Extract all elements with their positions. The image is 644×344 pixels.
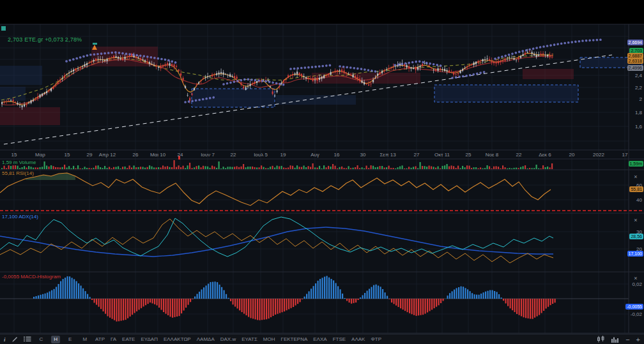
list-icon[interactable] <box>24 336 31 342</box>
timeframe-button-Ε[interactable]: Ε <box>66 336 74 343</box>
time-axis-label: 27 <box>414 152 420 158</box>
info-icon[interactable]: i <box>4 336 6 343</box>
ticker-tab[interactable]: ΕΛΧΑ <box>313 336 326 342</box>
time-axis-label: Ιουλ 5 <box>254 152 268 158</box>
ticker-tab[interactable]: ΕΛΛΑΚΤΩΡ <box>164 336 191 342</box>
ticker-tab[interactable]: ΕΥΔΑΠ <box>141 336 158 342</box>
time-axis-label: 24 <box>178 152 183 158</box>
trading-chart-window: 2,703 ΕΤΕ.gr +0,073 2,78% 1,59 m Volume … <box>0 0 644 344</box>
toolbar-right-group: −+ <box>597 336 640 343</box>
time-axis-label: 25 <box>466 152 471 158</box>
ticker-tab[interactable]: ΓΕΚΤΕΡΝΑ <box>281 336 308 342</box>
timeframe-button-C[interactable]: C <box>37 336 46 343</box>
candles-icon[interactable] <box>597 336 605 343</box>
timeframe-button-Η[interactable]: Η <box>51 336 60 343</box>
ticker-tab[interactable]: ΕΥΑΤΣ <box>241 336 257 342</box>
chart-canvas[interactable] <box>0 0 644 344</box>
ticker-tab[interactable]: DAX.w <box>220 336 236 342</box>
time-axis-label: 19 <box>280 152 286 158</box>
time-axis-label: Σεπ 13 <box>379 152 395 158</box>
time-axis-label: Δεκ 6 <box>539 152 551 158</box>
time-axis-label: Απρ 12 <box>99 152 116 158</box>
ticker-tab[interactable]: ΑΤΡ <box>95 336 105 342</box>
time-axis-label: Μαρ <box>35 152 45 158</box>
zoom-in-icon[interactable]: + <box>636 336 640 343</box>
ticker-tab[interactable]: ΓΑ <box>111 336 116 342</box>
time-axis-label: 2022 <box>593 152 604 158</box>
time-axis-label: 15 <box>65 152 70 158</box>
symbol-legend: 2,703 ΕΤΕ.gr +0,073 2,78% <box>8 36 82 43</box>
ticker-tab[interactable]: ΜΟΗ <box>263 336 275 342</box>
time-axis-label: 22 <box>231 152 236 158</box>
histogram-icon[interactable] <box>611 336 619 343</box>
time-axis-label: 17 <box>622 152 628 158</box>
time-axis-label: 30 <box>360 152 366 158</box>
ticker-tab[interactable]: FTSE <box>333 336 346 342</box>
time-axis-label: Αυγ <box>310 152 319 158</box>
ticker-tab[interactable]: ΑΛΑΚ <box>351 336 365 342</box>
timeframe-button-Μ[interactable]: Μ <box>80 336 89 343</box>
time-axis-label: 26 <box>133 152 139 158</box>
time-axis-label: 16 <box>334 152 340 158</box>
chart-area: 2,703 ΕΤΕ.gr +0,073 2,78% 1,59 m Volume … <box>0 0 644 344</box>
time-axis-label: 22 <box>516 152 522 158</box>
adx-label: 17,100 ADX(14) <box>2 214 38 220</box>
time-axis-label: Νοε 8 <box>486 152 498 158</box>
ticker-tab[interactable]: ΦΤΡ <box>371 336 381 342</box>
status-indicator <box>1 26 6 31</box>
macd-label: -0,0055 MACD-Histogram <box>2 274 61 280</box>
time-axis-label: 29 <box>87 152 93 158</box>
volume-label: 1,59 m Volume <box>2 160 36 165</box>
time-axis-label: 20 <box>569 152 575 158</box>
ticker-tab[interactable]: ΕΑΤΕ <box>122 336 135 342</box>
time-axis-label: 15 <box>12 152 17 158</box>
bottom-toolbar: iCΗΕΜΑΤΡΓΑΕΑΤΕΕΥΔΑΠΕΛΛΑΚΤΩΡΛΑΜΔΑDAX.wΕΥΑ… <box>0 334 644 344</box>
ticker-tab[interactable]: ΛΑΜΔΑ <box>197 336 215 342</box>
pencil-icon[interactable] <box>12 336 18 343</box>
price-axis[interactable] <box>629 24 644 333</box>
rsi-label: 55,81 RSI(14) <box>2 170 34 176</box>
time-axis-label: Ιουν 7 <box>201 152 215 158</box>
time-axis-label: Οκτ 11 <box>434 152 450 158</box>
time-axis-label: Μαι 10 <box>150 152 165 158</box>
zoom-out-icon[interactable]: − <box>625 336 629 343</box>
